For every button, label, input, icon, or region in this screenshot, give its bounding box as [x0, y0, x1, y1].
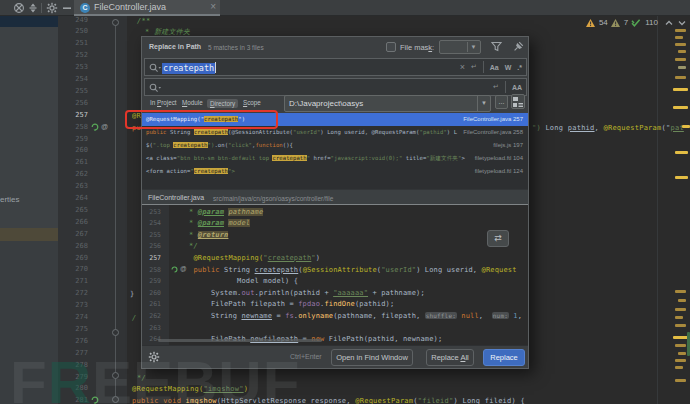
preview-code-line: FilePath filepath = fpdao.findOne(pathid…	[176, 300, 394, 308]
preview-line-number: 261	[142, 300, 161, 308]
dialog-title: Replace in Path	[149, 43, 201, 50]
preview-line-number: 253	[142, 208, 161, 216]
code-line-fragment: /	[132, 313, 136, 323]
stripe-mark[interactable]	[678, 352, 686, 355]
annotation-icon[interactable]: @	[101, 123, 108, 131]
inspections-widget[interactable]: 54 7 110	[584, 17, 688, 28]
expand-collapse-icon[interactable]	[27, 2, 39, 14]
stripe-mark[interactable]	[675, 366, 683, 369]
search-input[interactable]: createpath × ↵ Aa W .*	[144, 58, 527, 76]
stripe-mark[interactable]	[675, 324, 686, 327]
stripe-mark[interactable]	[675, 151, 688, 154]
code-line-fragment: /**	[137, 16, 150, 26]
preserve-case-toggle[interactable]: AA	[512, 84, 522, 91]
match-case-toggle[interactable]: Aa	[490, 64, 499, 71]
preview-code-line: System.out.println(pathid + "aaaaaa" + p…	[176, 289, 425, 297]
right-margin-guide	[657, 16, 658, 404]
scope-scope[interactable]: Scope	[243, 99, 261, 106]
newline-icon[interactable]: ↵	[493, 83, 499, 91]
preview-gutter: 253254255256257258259260261262263264	[142, 205, 169, 346]
clear-icon[interactable]: ×	[460, 62, 465, 72]
stripe-mark[interactable]	[673, 88, 688, 91]
regex-toggle[interactable]: .*	[517, 64, 522, 71]
result-row[interactable]: $(".top createpath").on("click",function…	[142, 139, 528, 152]
search-icon[interactable]	[149, 63, 162, 73]
toolbar-separator	[41, 3, 42, 13]
result-row[interactable]: <form action="createpath">filetypeload.f…	[142, 165, 528, 178]
fold-marker[interactable]	[112, 372, 119, 379]
gear-icon[interactable]	[46, 2, 58, 14]
file-mask-label[interactable]: File mask:	[400, 43, 434, 52]
stripe-mark[interactable]	[675, 76, 686, 79]
line-number: 274	[58, 313, 88, 321]
stripe-mark[interactable]	[682, 125, 690, 128]
stripe-mark[interactable]	[675, 316, 683, 319]
preview-line-number: 263	[142, 324, 161, 332]
soft-wrap-button[interactable]: ⇄	[487, 230, 509, 247]
browse-button[interactable]: ...	[495, 95, 508, 109]
replace-button[interactable]: Replace	[483, 349, 525, 366]
recursive-call-icon[interactable]	[91, 396, 99, 404]
file-mask-checkbox[interactable]	[386, 42, 396, 52]
pin-icon[interactable]	[513, 41, 524, 52]
words-toggle[interactable]: W	[505, 64, 512, 71]
line-number: 271	[58, 277, 88, 285]
preview-editor[interactable]: 253254255256257258259260261262263264 * @…	[142, 205, 528, 346]
stripe-mark[interactable]	[675, 290, 686, 293]
replace-all-button[interactable]: Replace All	[426, 349, 474, 366]
stripe-mark[interactable]	[678, 66, 686, 69]
fold-marker[interactable]	[112, 19, 119, 26]
scope-module[interactable]: Module	[182, 99, 203, 106]
stripe-mark[interactable]	[675, 176, 688, 179]
tab-label: FileController.java	[94, 2, 166, 12]
recent-folder-button[interactable]	[511, 94, 525, 109]
stripe-mark[interactable]	[675, 344, 686, 347]
file-mask-combo[interactable]: ▼	[439, 40, 481, 54]
stripe-mark[interactable]	[675, 29, 686, 32]
line-number: 277	[58, 349, 88, 357]
horizontal-scrollbar[interactable]	[158, 339, 322, 342]
stripe-mark[interactable]	[673, 336, 688, 339]
wheel-icon[interactable]	[13, 2, 25, 14]
stripe-mark[interactable]	[678, 50, 686, 53]
chevron-down-icon[interactable]: ▼	[467, 42, 479, 52]
preview-file-path: src/main/java/cn/gson/oasys/controller/f…	[213, 195, 333, 202]
line-number: 252	[58, 51, 88, 59]
stripe-mark[interactable]	[678, 299, 686, 302]
line-number: 259	[58, 135, 88, 143]
open-in-find-window-button[interactable]: Open in Find Window	[331, 349, 413, 366]
preview-code-line: * @param model	[176, 219, 250, 227]
result-row[interactable]: <a class="btn btn-sm btn-default top cre…	[142, 152, 528, 165]
newline-icon[interactable]: ↵	[471, 63, 477, 71]
scope-in-project[interactable]: In Project	[150, 99, 177, 106]
stripe-mark[interactable]	[675, 379, 686, 382]
preview-code-line: * @return	[176, 231, 228, 239]
editor-tab-bar: C FileController.java ×	[0, 0, 690, 16]
preview-code-line: public String createpath(@SessionAttribu…	[176, 266, 517, 274]
scope-directory[interactable]: Directory	[207, 99, 238, 108]
stripe-mark[interactable]	[675, 58, 686, 61]
recursive-call-icon[interactable]	[91, 123, 99, 131]
warning-icon	[586, 19, 595, 27]
stripe-mark[interactable]	[675, 36, 683, 39]
ide-window: C FileController.java × erties 249250251…	[0, 0, 690, 404]
filter-icon[interactable]	[491, 41, 502, 52]
tab-filecontroller[interactable]: C FileController.java ×	[74, 0, 220, 16]
stripe-mark[interactable]	[675, 359, 686, 362]
stripe-mark[interactable]	[673, 106, 688, 109]
stripe-mark[interactable]	[675, 308, 686, 311]
fold-marker[interactable]	[112, 329, 119, 336]
hide-icon[interactable]	[61, 2, 73, 14]
settings-gear-icon[interactable]	[148, 351, 160, 363]
directory-combo[interactable]: D:\Javaproject\oasys ▼	[284, 95, 491, 112]
preview-code-line: Model model) {	[176, 277, 298, 285]
stripe-mark[interactable]	[675, 43, 686, 46]
replace-input[interactable]: ↵ AA	[144, 78, 527, 96]
close-icon[interactable]: ×	[210, 1, 216, 12]
chevron-down-icon[interactable]: ▼	[477, 96, 490, 111]
replace-icon[interactable]	[149, 83, 162, 93]
fold-marker[interactable]	[112, 396, 119, 403]
weak-warning-count: 7	[624, 18, 628, 27]
warning-count: 54	[599, 18, 608, 27]
class-icon: C	[80, 3, 90, 13]
